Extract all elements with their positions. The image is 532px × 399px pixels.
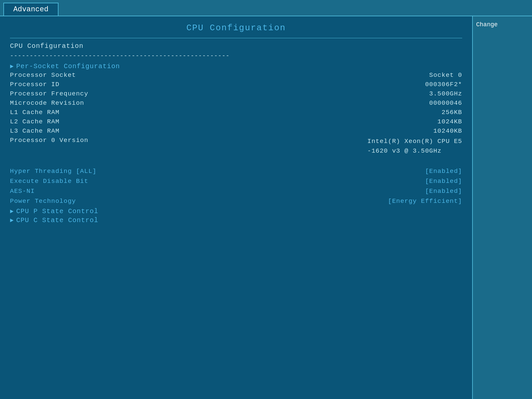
key-aes-ni: AES-NI [10, 188, 123, 195]
val-processor-socket: Socket 0 [429, 71, 462, 79]
tab-bar: Advanced [0, 0, 532, 16]
config-row-processor-socket: Processor Socket Socket 0 [10, 71, 462, 79]
val-l2-cache: 1024KB [438, 118, 462, 125]
center-panel: CPU Configuration CPU Configuration ----… [0, 16, 472, 399]
option-row-aes-ni[interactable]: AES-NI [Enabled] [10, 188, 462, 195]
key-processor-socket: Processor Socket [10, 71, 123, 79]
key-hyperthreading: Hyper Threading [ALL] [10, 168, 123, 175]
key-l2-cache: L2 Cache RAM [10, 118, 123, 125]
config-row-processor-freq: Processor Frequency 3.500GHz [10, 90, 462, 97]
title-divider [10, 38, 462, 38]
page-title: CPU Configuration [10, 23, 462, 33]
cpu-c-state-arrow-icon: ► [10, 217, 14, 224]
right-panel-label: Change [476, 21, 498, 28]
section-label: CPU Configuration [10, 42, 462, 50]
option-row-power-tech[interactable]: Power Technology [Energy Efficient] [10, 198, 462, 205]
key-processor-version: Processor 0 Version [10, 137, 123, 144]
key-processor-id: Processor ID [10, 81, 123, 88]
cpu-p-state-item[interactable]: ► CPU P State Control [10, 207, 462, 215]
val-execute-disable: [Enabled] [425, 178, 462, 185]
val-l3-cache: 10240KB [433, 127, 462, 135]
tab-advanced[interactable]: Advanced [3, 3, 59, 16]
key-execute-disable: Execute Disable Bit [10, 178, 123, 185]
config-row-l1-cache: L1 Cache RAM 256KB [10, 109, 462, 116]
cpu-p-state-arrow-icon: ► [10, 208, 14, 215]
main-area: CPU Configuration CPU Configuration ----… [0, 16, 532, 399]
dash-line: ----------------------------------------… [10, 53, 462, 59]
val-microcode-rev: 00000046 [429, 99, 462, 107]
val-processor-id: 000306F2* [425, 81, 462, 88]
config-row-processor-id: Processor ID 000306F2* [10, 81, 462, 88]
val-processor-freq: 3.500GHz [429, 90, 462, 97]
val-hyperthreading: [Enabled] [425, 168, 462, 175]
val-aes-ni: [Enabled] [425, 188, 462, 195]
key-microcode-rev: Microcode Revision [10, 99, 123, 107]
cpu-c-state-item[interactable]: ► CPU C State Control [10, 216, 462, 224]
key-power-tech: Power Technology [10, 198, 123, 205]
key-processor-freq: Processor Frequency [10, 90, 123, 97]
per-socket-submenu-item[interactable]: ► Per-Socket Configuration [10, 63, 462, 70]
cpu-c-state-label: CPU C State Control [16, 216, 98, 224]
config-row-l2-cache: L2 Cache RAM 1024KB [10, 118, 462, 125]
spacer1 [10, 158, 462, 168]
cpu-p-state-label: CPU P State Control [16, 207, 98, 215]
submenu-arrow-icon: ► [10, 63, 14, 70]
right-panel: Change [472, 16, 532, 399]
config-row-processor-version: Processor 0 Version Intel(R) Xeon(R) CPU… [10, 137, 462, 156]
key-l3-cache: L3 Cache RAM [10, 127, 123, 135]
key-l1-cache: L1 Cache RAM [10, 109, 123, 116]
val-l1-cache: 256KB [442, 109, 462, 116]
per-socket-label: Per-Socket Configuration [16, 63, 120, 70]
val-processor-version: Intel(R) Xeon(R) CPU E5-1620 v3 @ 3.50GH… [367, 137, 462, 156]
config-row-l3-cache: L3 Cache RAM 10240KB [10, 127, 462, 135]
val-power-tech: [Energy Efficient] [388, 198, 462, 205]
option-row-execute-disable[interactable]: Execute Disable Bit [Enabled] [10, 178, 462, 185]
option-row-hyperthreading[interactable]: Hyper Threading [ALL] [Enabled] [10, 168, 462, 175]
config-row-microcode-rev: Microcode Revision 00000046 [10, 99, 462, 107]
